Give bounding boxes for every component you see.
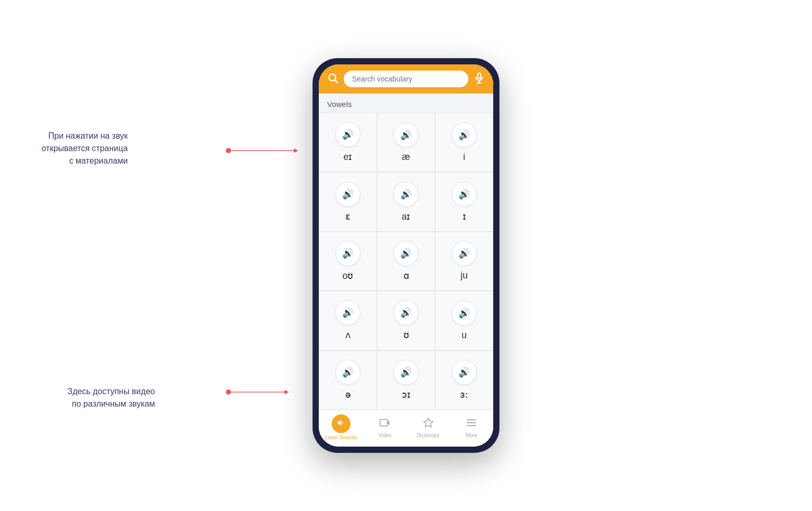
phoneme-grid: 🔊 eɪ 🔊 æ 🔊 i	[319, 113, 493, 410]
more-icon	[466, 417, 477, 431]
phoneme-cell-u[interactable]: 🔊 u	[435, 291, 493, 350]
sound-button-u[interactable]: 🔊	[452, 301, 477, 326]
phoneme-cell-ai[interactable]: 🔊 aɪ	[377, 172, 435, 231]
phoneme-cell-ju[interactable]: 🔊 ju	[435, 232, 493, 291]
svg-point-3	[226, 389, 231, 395]
speaker-icon: 🔊	[400, 129, 412, 141]
speaker-icon: 🔊	[458, 248, 470, 259]
tab-active-indicator	[332, 414, 350, 433]
phoneme-symbol-i: i	[463, 152, 465, 163]
phoneme-symbol-ae: æ	[402, 152, 410, 163]
phoneme-cell-ou[interactable]: 🔊 oʊ	[319, 232, 377, 291]
sound-button-wedge[interactable]: 🔊	[335, 300, 360, 325]
phoneme-cell-smallcap-i[interactable]: 🔊 ɪ	[435, 172, 493, 231]
speaker-icon: 🔊	[458, 307, 470, 319]
tab-dictionary[interactable]: Dictionary	[413, 417, 444, 438]
speaker-icon: 🔊	[400, 248, 412, 259]
speaker-icon: 🔊	[342, 367, 354, 378]
sound-button-i[interactable]: 🔊	[452, 123, 477, 147]
svg-point-1	[226, 148, 231, 153]
speaker-icon: 🔊	[342, 307, 354, 318]
speaker-icon: 🔊	[400, 367, 412, 378]
section-label: Vowels	[319, 93, 493, 113]
search-input[interactable]	[344, 71, 468, 87]
phoneme-cell-ae[interactable]: 🔊 æ	[377, 113, 435, 172]
phoneme-symbol-ju: ju	[461, 270, 468, 281]
phoneme-symbol-ei: eɪ	[343, 151, 352, 163]
search-bar	[319, 64, 493, 93]
phoneme-cell-i[interactable]: 🔊 i	[435, 113, 493, 172]
speaker-icon: 🔊	[342, 189, 354, 200]
speaker-icon: 🔊	[458, 367, 470, 378]
phoneme-cell-epsilon[interactable]: 🔊 ɛ	[319, 172, 377, 231]
sound-button-ai[interactable]: 🔊	[394, 182, 418, 207]
svg-marker-11	[424, 418, 433, 426]
sound-button-ju[interactable]: 🔊	[452, 241, 477, 266]
svg-rect-9	[380, 419, 388, 426]
speaker-icon: 🔊	[458, 189, 470, 200]
tab-more[interactable]: More	[456, 417, 487, 438]
speaker-icon: 🔊	[400, 189, 412, 200]
sound-button-ae[interactable]: 🔊	[394, 123, 418, 147]
tab-bar: Learn Sounds Video	[319, 410, 493, 447]
tab-label-video: Video	[378, 433, 391, 438]
sound-button-upsilon[interactable]: 🔊	[394, 300, 418, 325]
phoneme-cell-er[interactable]: 🔊 ɜː	[435, 351, 493, 410]
speaker-icon: 🔊	[342, 129, 354, 140]
speaker-icon: 🔊	[400, 307, 412, 318]
phoneme-cell-schwa[interactable]: 🔊 ə	[319, 351, 377, 410]
sound-button-schwa[interactable]: 🔊	[335, 360, 360, 385]
annotation-top-text: При нажатии на звук открывается страница…	[42, 130, 128, 167]
scene: При нажатии на звук открывается страница…	[0, 0, 812, 511]
phoneme-symbol-upsilon: ʊ	[403, 329, 409, 341]
phoneme-cell-oi[interactable]: 🔊 ɔɪ	[377, 351, 435, 410]
mic-icon[interactable]	[473, 72, 485, 86]
phoneme-symbol-er: ɜː	[460, 389, 468, 400]
svg-line-5	[335, 80, 337, 83]
learn-sounds-icon	[336, 418, 346, 430]
phoneme-symbol-wedge: ʌ	[345, 329, 351, 341]
dictionary-icon	[423, 417, 434, 431]
sound-button-ou[interactable]: 🔊	[335, 241, 360, 266]
annotation-bottom-text: Здесь доступны видео по различным звукам	[67, 385, 155, 410]
sound-button-alpha[interactable]: 🔊	[394, 241, 418, 266]
sound-button-er[interactable]: 🔊	[452, 360, 477, 385]
tab-video[interactable]: Video	[369, 417, 400, 438]
phone-frame: Vowels 🔊 eɪ 🔊 æ	[313, 58, 499, 453]
phoneme-cell-ei[interactable]: 🔊 eɪ	[319, 113, 377, 172]
phoneme-symbol-schwa: ə	[345, 389, 351, 400]
sound-button-oi[interactable]: 🔊	[394, 360, 418, 385]
phoneme-cell-wedge[interactable]: 🔊 ʌ	[319, 291, 377, 350]
phoneme-symbol-oi: ɔɪ	[402, 389, 411, 400]
tab-label-dictionary: Dictionary	[417, 433, 440, 438]
phoneme-symbol-ai: aɪ	[401, 211, 410, 222]
content-area: Vowels 🔊 eɪ 🔊 æ	[319, 93, 493, 410]
phoneme-symbol-alpha: ɑ	[403, 270, 409, 281]
speaker-icon: 🔊	[342, 248, 354, 259]
speaker-icon: 🔊	[458, 129, 470, 141]
phoneme-cell-upsilon[interactable]: 🔊 ʊ	[377, 291, 435, 350]
phone-screen: Vowels 🔊 eɪ 🔊 æ	[319, 64, 493, 447]
video-icon	[379, 417, 390, 431]
annotation-top: При нажатии на звук открывается страница…	[42, 130, 128, 169]
svg-rect-6	[478, 73, 481, 78]
sound-button-smallcap-i[interactable]: 🔊	[452, 182, 477, 207]
search-icon	[327, 72, 339, 86]
tab-learn-sounds[interactable]: Learn Sounds	[325, 414, 357, 440]
phoneme-symbol-u: u	[462, 330, 467, 341]
sound-button-ei[interactable]: 🔊	[335, 122, 360, 147]
annotation-bottom: Здесь доступны видео по различным звукам	[67, 385, 155, 412]
svg-marker-10	[387, 420, 390, 425]
sound-button-epsilon[interactable]: 🔊	[335, 182, 360, 207]
tab-label-more: More	[466, 433, 478, 438]
tab-label-learn-sounds: Learn Sounds	[325, 435, 357, 440]
phoneme-cell-alpha[interactable]: 🔊 ɑ	[377, 232, 435, 291]
phoneme-symbol-smallcap-i: ɪ	[463, 211, 466, 222]
phoneme-symbol-epsilon: ɛ	[345, 211, 350, 222]
phoneme-symbol-ou: oʊ	[342, 270, 353, 281]
